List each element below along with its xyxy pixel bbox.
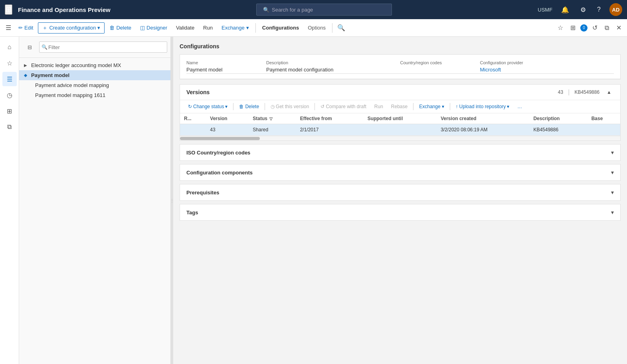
grid-nav-icon[interactable]: ⊞ xyxy=(2,104,17,118)
col-description: Description xyxy=(529,113,587,124)
notification-bell-icon[interactable]: 🔔 xyxy=(559,4,572,15)
versions-section: Versions 43 | KB4549886 ▲ ↻ Change statu… xyxy=(180,84,621,141)
upload-icon: ↑ xyxy=(456,104,458,109)
delete-label: Delete xyxy=(116,25,131,31)
hierarchy-nav-icon[interactable]: ⧉ xyxy=(2,120,17,134)
side-nav-icons: ⌂ ☆ ☰ ◷ ⊞ ⧉ xyxy=(0,37,19,364)
compare-draft-button[interactable]: ↺ Compare with draft xyxy=(317,103,369,111)
versions-exchange-button[interactable]: Exchange ▾ xyxy=(416,103,447,111)
validate-button[interactable]: Validate xyxy=(172,23,198,32)
designer-icon: ◫ xyxy=(140,25,145,31)
list-nav-icon[interactable]: ☰ xyxy=(2,72,17,86)
versions-toolbar: ↻ Change status ▾ 🗑 Delete ◷ Get this ve… xyxy=(180,100,620,113)
tree-item-payment-advice[interactable]: Payment advice model mapping xyxy=(19,80,170,90)
run-button[interactable]: Run xyxy=(199,23,217,32)
table-row[interactable]: 43 Shared 2/1/2017 3/2/2020 08:06:19 AM … xyxy=(180,124,620,136)
scroll-thumb[interactable] xyxy=(180,137,260,140)
upload-repository-button[interactable]: ↑ Upload into repository ▾ xyxy=(453,103,513,111)
search-placeholder: Search for a page xyxy=(272,7,313,13)
delete-button[interactable]: 🗑 Delete xyxy=(105,23,135,32)
tree-filter-input[interactable] xyxy=(39,42,167,53)
provider-value[interactable]: Microsoft xyxy=(480,66,614,74)
clock-nav-icon[interactable]: ◷ xyxy=(2,88,17,102)
horizontal-scrollbar[interactable] xyxy=(180,136,620,140)
compare-label: Compare with draft xyxy=(326,104,366,109)
app-title: Finance and Operations Preview xyxy=(18,6,111,13)
iso-country-header[interactable]: ISO Country/region codes ▾ xyxy=(180,144,620,160)
exchange-dropdown-icon: ▾ xyxy=(246,25,249,31)
change-status-dropdown: ▾ xyxy=(225,104,227,109)
filter-search-icon: 🔍 xyxy=(42,44,47,50)
versions-delete-button[interactable]: 🗑 Delete xyxy=(236,103,262,111)
settings-gear-icon[interactable]: ⚙ xyxy=(578,4,588,15)
help-question-icon[interactable]: ? xyxy=(595,4,603,15)
filter-icon[interactable]: 🔍 xyxy=(335,22,348,33)
refresh-icon[interactable]: ↺ xyxy=(590,22,600,33)
open-new-icon[interactable]: ⧉ xyxy=(602,23,611,33)
versions-run-button[interactable]: Run xyxy=(371,103,386,111)
edit-button[interactable]: ✏ Edit xyxy=(14,23,37,32)
tree-filter-icon[interactable]: ⊟ xyxy=(22,40,37,54)
user-code: USMF xyxy=(538,7,552,13)
more-actions-button[interactable]: … xyxy=(514,103,525,111)
name-value: Payment model xyxy=(186,66,266,74)
prerequisites-section: Prerequisites ▾ xyxy=(180,184,621,201)
cell-description: KB4549886 xyxy=(529,124,587,136)
avatar[interactable]: AD xyxy=(609,3,622,16)
sidebar-toggle-icon[interactable]: ☰ xyxy=(3,22,14,33)
tree-item-payment-model[interactable]: ◆ Payment model xyxy=(19,70,170,80)
panel-icon[interactable]: ⊞ xyxy=(568,22,578,33)
toolbar-separator-1 xyxy=(255,23,256,33)
versions-title: Versions xyxy=(186,89,555,95)
upload-label: Upload into repository xyxy=(459,104,506,109)
tree-panel: ⊟ 🔍 ▶ Electronic ledger accounting model… xyxy=(19,37,171,364)
global-search[interactable]: 🔍 Search for a page xyxy=(256,4,392,16)
close-icon[interactable]: ✕ xyxy=(614,22,624,33)
tree-item-payment-mapping[interactable]: Payment model mapping 1611 xyxy=(19,90,170,100)
create-configuration-button[interactable]: ＋ Create configuration ▾ xyxy=(38,22,105,34)
versions-exchange-dropdown: ▾ xyxy=(442,104,444,109)
designer-label: Designer xyxy=(146,25,167,31)
versions-delete-icon: 🗑 xyxy=(239,104,244,109)
iso-country-title: ISO Country/region codes xyxy=(186,150,611,156)
versions-delete-label: Delete xyxy=(245,104,259,109)
country-value xyxy=(400,66,480,74)
designer-button[interactable]: ◫ Designer xyxy=(136,23,171,32)
toolbar-right-actions: ☆ ⊞ 0 ↺ ⧉ ✕ xyxy=(555,22,624,33)
versions-exchange-label: Exchange xyxy=(419,104,440,109)
upload-dropdown: ▾ xyxy=(507,104,509,109)
get-this-version-button[interactable]: ◷ Get this version xyxy=(267,103,312,111)
tags-header[interactable]: Tags ▾ xyxy=(180,204,620,220)
apps-grid-icon[interactable]: ⊞ xyxy=(5,4,12,15)
cell-version-created: 3/2/2020 08:06:19 AM xyxy=(437,124,529,136)
rebase-button[interactable]: Rebase xyxy=(388,103,411,111)
change-status-icon: ↻ xyxy=(188,104,192,109)
options-tab[interactable]: Options xyxy=(304,23,330,32)
star-icon[interactable]: ☆ xyxy=(555,22,566,33)
tree-item-label: Payment model xyxy=(31,72,69,78)
versions-badge: 43 xyxy=(558,89,563,95)
tree-list: ▶ Electronic ledger accounting model MX … xyxy=(19,58,170,364)
config-components-header[interactable]: Configuration components ▾ xyxy=(180,164,620,180)
topbar-right: USMF 🔔 ⚙ ? AD xyxy=(538,3,622,16)
versions-table-body: 43 Shared 2/1/2017 3/2/2020 08:06:19 AM … xyxy=(180,124,620,136)
change-status-button[interactable]: ↻ Change status ▾ xyxy=(185,103,231,111)
exchange-button[interactable]: Exchange ▾ xyxy=(218,23,253,32)
configurations-tab[interactable]: Configurations xyxy=(258,23,303,32)
provider-label: Configuration provider xyxy=(480,59,614,66)
versions-table-head: R... Version Status ▽ Effective from Sup… xyxy=(180,113,620,124)
home-icon[interactable]: ⌂ xyxy=(2,40,17,54)
country-label: Country/region codes xyxy=(400,59,480,66)
compare-icon: ↺ xyxy=(320,104,324,109)
versions-header: Versions 43 | KB4549886 ▲ xyxy=(180,85,620,100)
change-status-label: Change status xyxy=(193,104,224,109)
vtb-sep-4 xyxy=(413,103,413,110)
star-nav-icon[interactable]: ☆ xyxy=(2,56,17,70)
vtb-sep-1 xyxy=(233,103,233,110)
tags-title: Tags xyxy=(186,210,611,216)
versions-table: R... Version Status ▽ Effective from Sup… xyxy=(180,113,620,136)
prerequisites-header[interactable]: Prerequisites ▾ xyxy=(180,184,620,200)
tree-item-electronic-ledger[interactable]: ▶ Electronic ledger accounting model MX xyxy=(19,60,170,70)
versions-collapse-icon[interactable]: ▲ xyxy=(604,88,614,97)
status-filter-icon[interactable]: ▽ xyxy=(269,117,273,121)
